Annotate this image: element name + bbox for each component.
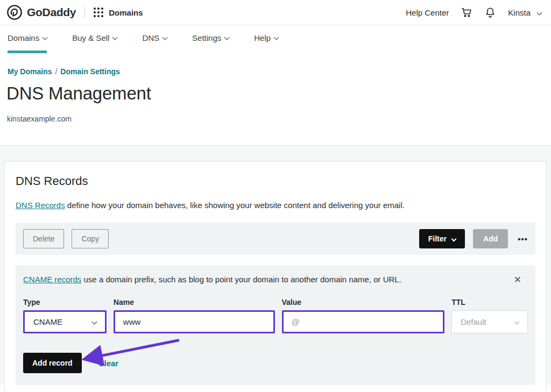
dns-records-card: DNS Records DNS Records define how your … bbox=[4, 161, 547, 392]
card-description: DNS Records define how your domain behav… bbox=[16, 201, 535, 210]
chevron-down-icon bbox=[163, 35, 168, 40]
chevron-down-icon bbox=[537, 10, 542, 15]
domain-name: kinstaexample.com bbox=[7, 115, 551, 123]
delete-button[interactable]: Delete bbox=[23, 229, 64, 248]
add-button[interactable]: Add bbox=[473, 229, 508, 248]
chevron-down-icon bbox=[451, 236, 457, 241]
nav-tab-settings[interactable]: Settings bbox=[192, 33, 229, 53]
add-record-button[interactable]: Add record bbox=[23, 353, 82, 373]
app-grid-icon[interactable] bbox=[94, 8, 103, 17]
primary-nav: Domains Buy & Sell DNS Settings Help bbox=[0, 25, 551, 53]
record-form: Type CNAME Name Value bbox=[23, 298, 528, 333]
user-account-menu[interactable]: Kinsta bbox=[508, 8, 541, 17]
chevron-down-icon bbox=[43, 35, 48, 40]
nav-tab-buy-sell[interactable]: Buy & Sell bbox=[72, 33, 117, 53]
close-icon[interactable]: ✕ bbox=[514, 275, 521, 284]
records-toolbar: Delete Copy Filter Add ••• bbox=[16, 223, 535, 255]
type-label: Type bbox=[23, 298, 107, 307]
card-title: DNS Records bbox=[16, 174, 535, 188]
breadcrumb-separator: / bbox=[55, 67, 57, 76]
godaddy-brand[interactable]: GoDaddy bbox=[6, 4, 76, 20]
breadcrumb-domain-settings[interactable]: Domain Settings bbox=[60, 67, 119, 76]
name-input[interactable] bbox=[115, 312, 273, 332]
cname-info-banner: CNAME records use a domain prefix, such … bbox=[23, 275, 528, 284]
ttl-label: TTL bbox=[451, 298, 528, 307]
user-name: Kinsta bbox=[508, 8, 531, 17]
more-options-button[interactable]: ••• bbox=[518, 234, 528, 244]
chevron-down-icon bbox=[274, 35, 279, 40]
chevron-down-icon bbox=[224, 35, 230, 40]
chevron-down-icon bbox=[514, 319, 520, 325]
brand-name: GoDaddy bbox=[27, 6, 76, 19]
value-label: Value bbox=[282, 298, 445, 307]
breadcrumb: My Domains/Domain Settings bbox=[8, 67, 551, 76]
page-title: DNS Management bbox=[6, 83, 551, 104]
cart-icon[interactable] bbox=[461, 6, 472, 18]
clear-link[interactable]: Clear bbox=[98, 359, 119, 368]
ttl-select[interactable]: Default bbox=[451, 310, 528, 333]
add-record-panel: CNAME records use a domain prefix, such … bbox=[16, 265, 535, 385]
help-center-link[interactable]: Help Center bbox=[406, 8, 449, 17]
copy-button[interactable]: Copy bbox=[72, 229, 109, 248]
top-header: GoDaddy Domains Help Center Kinsta bbox=[0, 0, 551, 25]
notifications-bell-icon[interactable] bbox=[484, 6, 496, 18]
value-input[interactable] bbox=[284, 312, 443, 332]
header-divider bbox=[84, 6, 85, 18]
name-field-wrap bbox=[114, 310, 275, 333]
banner-text: CNAME records use a domain prefix, such … bbox=[23, 275, 514, 284]
nav-tab-dns[interactable]: DNS bbox=[142, 33, 167, 53]
name-label: Name bbox=[114, 298, 275, 307]
chevron-down-icon bbox=[112, 35, 118, 40]
type-select[interactable]: CNAME bbox=[23, 310, 107, 333]
nav-tab-domains[interactable]: Domains bbox=[8, 33, 47, 53]
form-actions: Add record Clear bbox=[23, 353, 528, 373]
value-field-wrap bbox=[282, 310, 445, 333]
breadcrumb-my-domains[interactable]: My Domains bbox=[8, 67, 52, 76]
godaddy-logo bbox=[6, 4, 23, 20]
nav-tab-help[interactable]: Help bbox=[254, 33, 278, 53]
filter-button[interactable]: Filter bbox=[419, 229, 465, 248]
cname-records-link[interactable]: CNAME records bbox=[23, 275, 81, 284]
app-label-domains[interactable]: Domains bbox=[109, 8, 143, 17]
chevron-down-icon bbox=[91, 319, 97, 325]
page-body: DNS Records DNS Records define how your … bbox=[0, 145, 551, 385]
dns-records-link[interactable]: DNS Records bbox=[16, 201, 65, 210]
